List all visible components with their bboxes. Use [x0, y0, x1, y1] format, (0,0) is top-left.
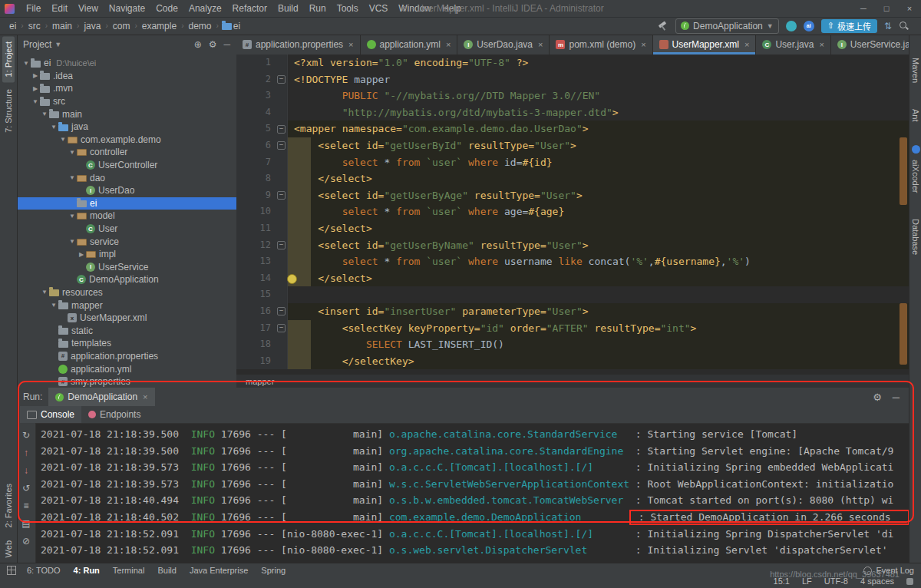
code-text[interactable]: <selectKey keyProperty="id" order="AFTER…: [288, 320, 909, 337]
statusbar-15-1[interactable]: 15:1: [774, 576, 790, 586]
chevron-down-icon[interactable]: ▼: [54, 41, 61, 48]
statusbar-4-run[interactable]: 4: Run: [74, 566, 100, 575]
gutter[interactable]: 12−: [236, 237, 288, 254]
gutter[interactable]: 1: [236, 55, 288, 71]
tree-item-mapper[interactable]: ▼mapper: [17, 299, 236, 312]
tab-close-icon[interactable]: ×: [819, 40, 824, 49]
gutter[interactable]: 10: [236, 203, 288, 220]
tree-item-templates[interactable]: templates: [17, 337, 236, 350]
tab-application-yml[interactable]: application.yml×: [361, 35, 458, 55]
down-stack-icon[interactable]: ↓: [20, 464, 32, 476]
tree-expand-icon[interactable]: ▼: [68, 149, 77, 156]
breadcrumb-item-ei[interactable]: ei: [8, 20, 18, 32]
breadcrumb-item-com[interactable]: com: [111, 20, 132, 32]
clear-icon[interactable]: ⊘: [20, 535, 32, 547]
stripe-2-favorites[interactable]: 2: Favorites: [2, 478, 15, 533]
tree-item-resources[interactable]: ▼resources: [17, 286, 236, 299]
tree-expand-icon[interactable]: ▼: [68, 213, 77, 220]
print-icon[interactable]: ▤: [20, 517, 32, 529]
tree-expand-icon[interactable]: ▼: [40, 111, 49, 117]
aixcoder-icon[interactable]: ai: [804, 21, 814, 31]
breadcrumb-item-example[interactable]: example: [140, 20, 178, 32]
gutter[interactable]: 7: [236, 154, 288, 171]
restore-layout-icon[interactable]: ↺: [20, 482, 32, 494]
gutter[interactable]: 17−: [236, 320, 288, 337]
gutter[interactable]: 9−: [236, 187, 288, 204]
gutter[interactable]: 14: [236, 270, 288, 287]
statusbar-build[interactable]: Build: [157, 566, 176, 575]
run-tab-demoapplication[interactable]: DemoApplication ×: [48, 388, 154, 406]
gutter[interactable]: 5−: [236, 121, 288, 137]
code-text[interactable]: select * from `user` where id=#{id}: [288, 154, 909, 171]
tab-pom-xml-demo-[interactable]: mpom.xml (demo)×: [550, 35, 652, 55]
tab-close-icon[interactable]: ×: [446, 40, 451, 49]
breadcrumb-item-demo[interactable]: demo: [187, 20, 213, 32]
tree-item-main[interactable]: ▼main: [17, 107, 236, 121]
tree-item-service[interactable]: ▼service: [17, 235, 236, 248]
tree-expand-icon[interactable]: ▼: [68, 238, 77, 245]
fold-icon[interactable]: −: [277, 125, 286, 134]
fold-icon[interactable]: −: [277, 241, 286, 249]
tree-item-ei[interactable]: ei: [17, 197, 236, 210]
tool-windows-icon[interactable]: [7, 566, 16, 575]
gutter[interactable]: 11: [236, 220, 288, 237]
editor-breadcrumb[interactable]: mapper: [236, 374, 909, 388]
menu-analyze[interactable]: Analyze: [183, 0, 227, 17]
tree-item-impl[interactable]: ▶impl: [17, 248, 236, 261]
gutter[interactable]: 16−: [236, 303, 288, 320]
code-text[interactable]: </select>: [288, 170, 909, 187]
tree-item-userservice[interactable]: IUserService: [17, 261, 236, 274]
tree-expand-icon[interactable]: ▶: [77, 251, 86, 258]
code-text[interactable]: </select>: [288, 220, 909, 237]
stripe-web[interactable]: Web: [2, 535, 15, 563]
gutter[interactable]: 2−: [236, 71, 288, 88]
code-text[interactable]: <!DOCTYPE mapper: [288, 71, 909, 88]
tree-expand-icon[interactable]: ▼: [68, 174, 77, 181]
hide-panel-icon[interactable]: ─: [893, 391, 900, 403]
hide-panel-icon[interactable]: ─: [223, 39, 230, 50]
tab-userservice-java[interactable]: IUserService.java×: [831, 35, 909, 55]
tree-item-controller[interactable]: ▼controller: [17, 146, 236, 159]
statusbar-java-enterprise[interactable]: Java Enterprise: [190, 566, 248, 575]
stripe-database[interactable]: Database: [910, 216, 921, 258]
fold-icon[interactable]: −: [277, 324, 286, 332]
run-button[interactable]: [786, 21, 797, 31]
tree-item-usercontroller[interactable]: CUserController: [17, 159, 236, 172]
fold-icon[interactable]: −: [277, 191, 286, 200]
subtab-console[interactable]: Console: [20, 406, 81, 423]
menu-refactor[interactable]: Refactor: [227, 0, 272, 17]
menu-file[interactable]: File: [21, 0, 46, 17]
tree-expand-icon[interactable]: ▼: [21, 60, 31, 67]
statusbar-terminal[interactable]: Terminal: [113, 566, 145, 575]
fold-icon[interactable]: −: [277, 75, 286, 84]
code-text[interactable]: SELECT LAST_INSERT_ID(): [288, 336, 909, 353]
fold-icon[interactable]: −: [277, 307, 286, 315]
code-text[interactable]: select * from `user` where age=#{age}: [288, 203, 909, 220]
menu-edit[interactable]: Edit: [46, 0, 73, 17]
stripe-maven[interactable]: Maven: [910, 55, 921, 86]
close-button[interactable]: ×: [898, 0, 921, 17]
tree-expand-icon[interactable]: ▼: [49, 124, 58, 130]
breadcrumb-item-src[interactable]: src: [27, 20, 42, 32]
tab-close-icon[interactable]: ×: [538, 40, 543, 49]
subtab-endpoints[interactable]: Endpoints: [81, 406, 147, 423]
gear-icon[interactable]: ⚙: [209, 39, 217, 50]
tree-item-userdao[interactable]: IUserDao: [17, 184, 236, 197]
code-text[interactable]: <insert id="insertUser" parameterType="U…: [288, 303, 909, 320]
menu-vcs[interactable]: VCS: [364, 0, 394, 17]
code-text[interactable]: select * from `user` where username like…: [288, 253, 909, 270]
tree-item-src[interactable]: ▼src: [17, 95, 236, 108]
tree-expand-icon[interactable]: ▶: [31, 72, 40, 79]
tree-expand-icon[interactable]: ▼: [58, 136, 68, 143]
intention-bulb-icon[interactable]: [287, 274, 297, 284]
tree-item--mvn[interactable]: ▶.mvn: [17, 82, 236, 95]
menu-tools[interactable]: Tools: [332, 0, 364, 17]
tree-item-application-yml[interactable]: application.yml: [17, 362, 236, 375]
gutter[interactable]: 18: [236, 336, 288, 353]
tab-application-properties[interactable]: #application.properties×: [236, 35, 361, 55]
fold-icon[interactable]: −: [277, 141, 286, 150]
statusbar-4-spaces[interactable]: 4 spaces: [860, 576, 894, 586]
tab-userdao-java[interactable]: IUserDao.java×: [457, 35, 550, 55]
tab-close-icon[interactable]: ×: [744, 40, 749, 49]
menu-run[interactable]: Run: [304, 0, 332, 17]
